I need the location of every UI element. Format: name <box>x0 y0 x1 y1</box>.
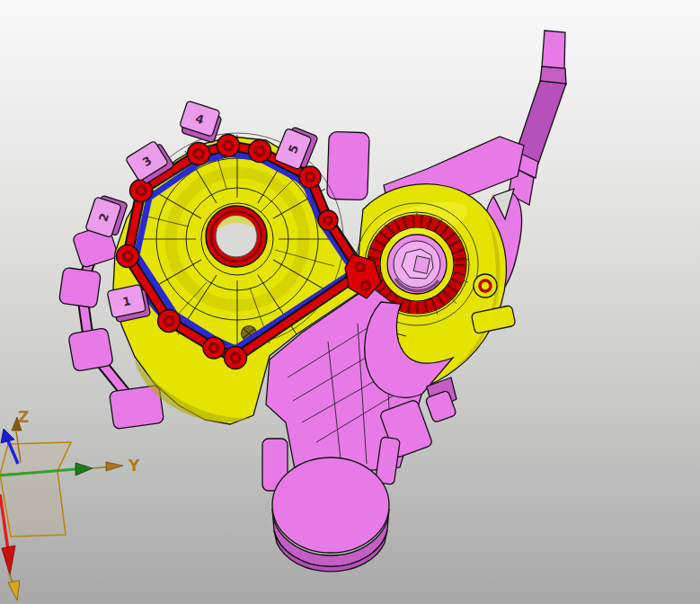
cylinder-top-face[interactable] <box>272 457 389 553</box>
coordinate-triad: Y Z <box>0 408 140 600</box>
chain-pad[interactable] <box>68 327 114 371</box>
z-axis-label: Z <box>18 408 29 426</box>
gasket-junction-hole-center <box>358 264 363 270</box>
housing-tab-top[interactable] <box>327 131 370 200</box>
z-axis-blue-arrowhead <box>1 429 14 443</box>
arm-top-segment <box>542 31 565 69</box>
x-axis-world-arrowhead <box>8 581 20 600</box>
y-axis-label: Y <box>128 457 140 475</box>
sketch-plane[interactable] <box>0 471 66 537</box>
y-axis-world-arrowhead <box>106 462 123 471</box>
cad-viewport[interactable]: 1 2 3 4 5 Y <box>0 0 700 604</box>
shaft-notch <box>413 256 430 274</box>
model-canvas[interactable]: 1 2 3 4 5 Y <box>0 0 700 604</box>
balloon-tag-1[interactable]: 1 <box>107 284 151 324</box>
y-axis-green-arrowhead <box>75 463 93 475</box>
y-axis-world-shaft <box>93 467 108 469</box>
arm-diagonal-strap <box>516 81 566 164</box>
chain-pad[interactable] <box>58 267 101 307</box>
gasket-junction-hole-center <box>363 283 368 289</box>
balloon-tag-4[interactable]: 4 <box>178 101 224 143</box>
x-axis-red-arrowhead <box>2 546 15 575</box>
center-bore[interactable] <box>206 206 267 267</box>
dome-boss <box>474 274 497 298</box>
cylinder-boss[interactable] <box>272 457 389 572</box>
